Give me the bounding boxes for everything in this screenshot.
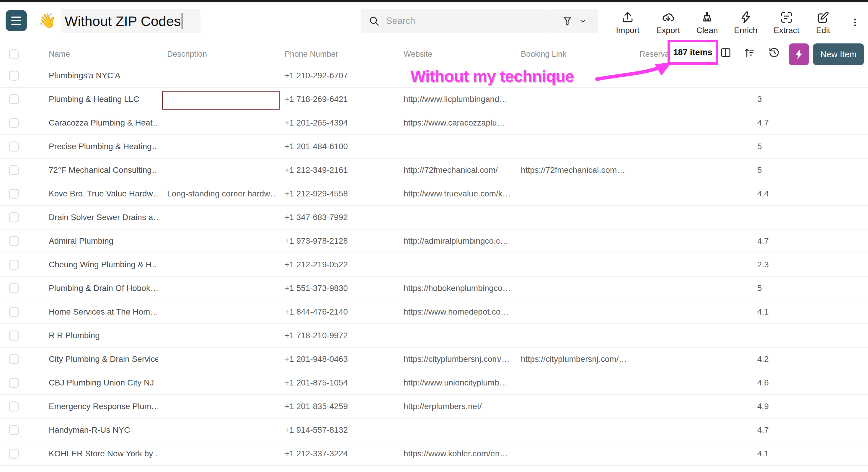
cell-name[interactable]: Home Services at The Hom…: [40, 300, 158, 323]
import-button[interactable]: Import: [612, 5, 644, 41]
cell-name[interactable]: Plumbing & Heating LLC: [40, 88, 158, 111]
cell-rating[interactable]: 4.9: [747, 395, 868, 418]
cell-description[interactable]: [158, 206, 276, 229]
cell-phone[interactable]: +1 201-875-1054: [276, 371, 395, 394]
cell-website[interactable]: https://www.caracozzaplu…: [395, 111, 512, 135]
cell-website[interactable]: http://www.licplumbingand…: [395, 88, 512, 111]
cell-description[interactable]: [158, 135, 276, 158]
table-row[interactable]: Handyman-R-Us NYC+1 914-557-81324.7: [0, 418, 868, 442]
cell-reservation[interactable]: [631, 135, 747, 158]
table-row[interactable]: Plumbing & Drain Of Hobok…+1 551-373-983…: [0, 277, 868, 300]
cell-rating[interactable]: 4.1: [747, 300, 868, 323]
cell-name[interactable]: KOHLER Store New York by …: [40, 442, 158, 465]
select-all-checkbox[interactable]: [9, 49, 19, 59]
row-checkbox[interactable]: [9, 354, 19, 364]
cell-phone[interactable]: +1 201-265-4394: [276, 111, 395, 135]
row-checkbox[interactable]: [9, 307, 19, 317]
cell-rating[interactable]: 4.7: [747, 418, 868, 442]
cell-reservation[interactable]: [631, 253, 747, 276]
cell-name[interactable]: City Plumbing & Drain Service: [40, 348, 158, 371]
cell-name[interactable]: Precise Plumbing & Heating…: [40, 135, 158, 158]
cell-name[interactable]: Plumbing & Drain Of Hobok…: [40, 277, 158, 300]
cell-phone[interactable]: +1 212-337-3224: [276, 442, 395, 465]
cell-website[interactable]: [395, 206, 512, 229]
cell-name[interactable]: Handyman-R-Us NYC: [40, 418, 158, 442]
table-row[interactable]: Dr Rooter Plumbing Heating…+1 201-744-21…: [0, 466, 868, 472]
cell-rating[interactable]: 4.7: [747, 111, 868, 135]
cell-rating[interactable]: 5: [747, 466, 868, 472]
sort-button[interactable]: [743, 47, 755, 58]
cell-description[interactable]: [158, 395, 276, 418]
cell-name[interactable]: Plumbings'a NYC'A: [40, 64, 158, 87]
cell-description[interactable]: [158, 277, 276, 300]
column-header-name[interactable]: Name: [40, 44, 158, 64]
cell-description[interactable]: [158, 348, 276, 371]
cell-phone[interactable]: +1 844-476-2140: [276, 300, 395, 323]
cell-reservation[interactable]: [631, 395, 747, 418]
cell-rating[interactable]: [747, 64, 868, 87]
table-row[interactable]: Home Services at The Hom…+1 844-476-2140…: [0, 300, 868, 324]
cell-name[interactable]: CBJ Plumbing Union City NJ: [40, 371, 158, 394]
cell-name[interactable]: Admiral Plumbing: [40, 230, 158, 253]
row-checkbox[interactable]: [9, 212, 19, 223]
cell-website[interactable]: http://72fmechanical.com/: [395, 158, 512, 182]
cell-website[interactable]: http://admiralplumbingco.c…: [395, 230, 512, 253]
cell-website[interactable]: https://www.kohler.com/en…: [395, 442, 512, 465]
table-row[interactable]: 72°F Mechanical Consulting…+1 212-349-21…: [0, 158, 868, 182]
cell-booking[interactable]: [512, 206, 631, 229]
cell-booking[interactable]: [512, 300, 631, 323]
cell-reservation[interactable]: [631, 418, 747, 442]
cell-reservation[interactable]: [631, 277, 747, 300]
cell-description[interactable]: [158, 300, 276, 323]
cell-rating[interactable]: 5: [747, 158, 868, 182]
table-row[interactable]: City Plumbing & Drain Service+1 201-948-…: [0, 348, 868, 371]
cell-description[interactable]: [158, 371, 276, 394]
table-title-input[interactable]: Without ZIP Codes: [61, 9, 200, 33]
cell-rating[interactable]: 4.4: [747, 182, 868, 205]
table-row[interactable]: Cheung Wing Plumbing & H…+1 212-219-0522…: [0, 253, 868, 277]
cell-website[interactable]: https://hobokenplumbingco…: [395, 277, 512, 300]
cell-phone[interactable]: +1 718-269-6421: [276, 88, 395, 111]
column-header-phone[interactable]: Phone Number: [276, 44, 395, 64]
cell-name[interactable]: R R Plumbing: [40, 324, 158, 347]
cell-booking[interactable]: [512, 230, 631, 253]
cell-booking[interactable]: [512, 277, 631, 300]
cell-rating[interactable]: 4.7: [747, 230, 868, 253]
cell-name[interactable]: Caracozza Plumbing & Heat…: [40, 111, 158, 135]
cell-booking[interactable]: [512, 324, 631, 347]
cell-rating[interactable]: 4.6: [747, 371, 868, 394]
table-row[interactable]: KOHLER Store New York by …+1 212-337-322…: [0, 442, 868, 466]
cell-booking[interactable]: [512, 395, 631, 418]
search-input[interactable]: Search: [361, 9, 551, 33]
new-item-button[interactable]: New Item: [813, 43, 864, 65]
cell-description[interactable]: [158, 418, 276, 442]
cell-booking[interactable]: [512, 182, 631, 205]
cell-booking[interactable]: http://drrooterplumbingnj.c…: [512, 466, 631, 472]
cell-booking[interactable]: [512, 371, 631, 394]
clean-button[interactable]: Clean: [691, 5, 723, 41]
row-checkbox[interactable]: [9, 378, 19, 388]
cell-website[interactable]: [395, 135, 512, 158]
cell-phone[interactable]: +1 551-373-9830: [276, 277, 395, 300]
cell-description[interactable]: Long-standing corner hardw…: [158, 182, 276, 205]
columns-toggle-button[interactable]: [720, 47, 732, 58]
cell-reservation[interactable]: [631, 371, 747, 394]
row-checkbox[interactable]: [9, 94, 19, 104]
enrich-button[interactable]: Enrich: [730, 5, 762, 41]
table-row[interactable]: Precise Plumbing & Heating…+1 201-484-61…: [0, 135, 868, 158]
cell-phone[interactable]: +1 201-948-0463: [276, 348, 395, 371]
cell-name[interactable]: Dr Rooter Plumbing Heating…: [40, 466, 158, 472]
cell-rating[interactable]: 5: [747, 277, 868, 300]
cell-name[interactable]: 72°F Mechanical Consulting…: [40, 158, 158, 182]
cell-name[interactable]: Emergency Response Plum…: [40, 395, 158, 418]
export-button[interactable]: Export: [652, 5, 684, 41]
cell-website[interactable]: https://www.homedepot.co…: [395, 300, 512, 323]
table-row[interactable]: Plumbing & Heating LLC+1 718-269-6421htt…: [0, 88, 868, 111]
row-checkbox[interactable]: [9, 260, 19, 270]
cell-rating[interactable]: [747, 206, 868, 229]
cell-reservation[interactable]: [631, 182, 747, 205]
table-row[interactable]: Admiral Plumbing+1 973-978-2128http://ad…: [0, 230, 868, 253]
filter-button[interactable]: [551, 9, 598, 33]
cell-website[interactable]: [395, 418, 512, 442]
cell-website[interactable]: http://drrooterplumbingnj.c…: [395, 466, 512, 472]
